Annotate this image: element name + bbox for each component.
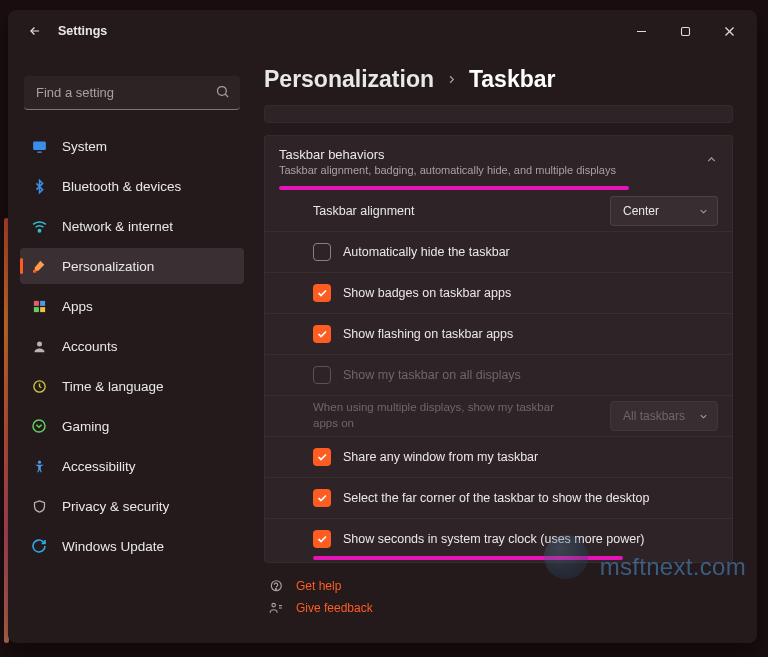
option-label: Automatically hide the taskbar xyxy=(343,245,718,259)
feedback-icon xyxy=(268,601,284,615)
bluetooth-icon xyxy=(30,177,48,195)
option-label: Show flashing on taskbar apps xyxy=(343,327,718,341)
gaming-icon xyxy=(30,417,48,435)
app-title: Settings xyxy=(58,24,107,38)
sidebar: System Bluetooth & devices Network & int… xyxy=(8,52,256,643)
wifi-icon xyxy=(30,217,48,235)
svg-point-18 xyxy=(276,588,277,589)
help-icon xyxy=(268,579,284,593)
svg-rect-12 xyxy=(33,307,38,312)
collapsed-section[interactable] xyxy=(264,105,733,123)
back-button[interactable] xyxy=(22,18,48,44)
highlight-annotation xyxy=(313,556,623,560)
alignment-dropdown[interactable]: Center xyxy=(610,196,718,226)
sidebar-item-label: Gaming xyxy=(62,419,109,434)
card-header[interactable]: Taskbar behaviors Taskbar alignment, bad… xyxy=(265,136,732,187)
checkbox-checked[interactable] xyxy=(313,284,331,302)
svg-rect-10 xyxy=(33,300,38,305)
svg-point-17 xyxy=(37,460,40,463)
chevron-up-icon xyxy=(705,152,718,170)
settings-window: Settings xyxy=(8,10,757,643)
option-label: Show badges on taskbar apps xyxy=(343,286,718,300)
sidebar-item-accessibility[interactable]: Accessibility xyxy=(20,448,244,484)
clock-icon xyxy=(30,377,48,395)
option-label: Show my taskbar on all displays xyxy=(343,368,718,382)
sidebar-item-label: Privacy & security xyxy=(62,499,169,514)
svg-line-5 xyxy=(225,94,228,97)
option-all-displays: Show my taskbar on all displays xyxy=(265,354,732,395)
option-label: Show seconds in system tray clock (uses … xyxy=(343,532,718,546)
footer-links: Get help Give feedback xyxy=(264,579,733,615)
maximize-button[interactable] xyxy=(663,16,707,46)
sidebar-item-time[interactable]: Time & language xyxy=(20,368,244,404)
option-badges[interactable]: Show badges on taskbar apps xyxy=(265,272,732,313)
svg-rect-13 xyxy=(40,307,45,312)
link-text: Give feedback xyxy=(296,601,373,615)
sidebar-item-network[interactable]: Network & internet xyxy=(20,208,244,244)
minimize-button[interactable] xyxy=(619,16,663,46)
sidebar-item-accounts[interactable]: Accounts xyxy=(20,328,244,364)
sidebar-item-label: Apps xyxy=(62,299,93,314)
option-flashing[interactable]: Show flashing on taskbar apps xyxy=(265,313,732,354)
card-subtitle: Taskbar alignment, badging, automaticall… xyxy=(279,164,686,176)
search-icon xyxy=(215,84,230,103)
sidebar-item-label: Personalization xyxy=(62,259,154,274)
option-auto-hide[interactable]: Automatically hide the taskbar xyxy=(265,231,732,272)
main-content: Personalization Taskbar Taskbar behavior… xyxy=(256,52,757,643)
dropdown-value: Center xyxy=(623,204,659,218)
sidebar-item-label: Time & language xyxy=(62,379,164,394)
breadcrumb-parent[interactable]: Personalization xyxy=(264,66,434,93)
breadcrumb: Personalization Taskbar xyxy=(264,66,733,93)
dropdown-value: All taskbars xyxy=(623,409,685,423)
card-title: Taskbar behaviors xyxy=(279,147,686,162)
chevron-down-icon xyxy=(698,206,709,220)
sidebar-item-gaming[interactable]: Gaming xyxy=(20,408,244,444)
checkbox-checked[interactable] xyxy=(313,489,331,507)
multi-display-dropdown: All taskbars xyxy=(610,401,718,431)
option-multi-display: When using multiple displays, show my ta… xyxy=(265,395,732,436)
option-far-corner[interactable]: Select the far corner of the taskbar to … xyxy=(265,477,732,518)
sidebar-item-update[interactable]: Windows Update xyxy=(20,528,244,564)
option-label: When using multiple displays, show my ta… xyxy=(313,400,598,431)
svg-point-8 xyxy=(38,229,40,231)
checkbox-unchecked[interactable] xyxy=(313,243,331,261)
checkbox-checked[interactable] xyxy=(313,448,331,466)
person-icon xyxy=(30,337,48,355)
taskbar-behaviors-card: Taskbar behaviors Taskbar alignment, bad… xyxy=(264,135,733,563)
sidebar-item-personalization[interactable]: Personalization xyxy=(20,248,244,284)
svg-rect-11 xyxy=(40,300,45,305)
svg-rect-6 xyxy=(33,141,46,150)
give-feedback-link[interactable]: Give feedback xyxy=(268,601,733,615)
close-button[interactable] xyxy=(707,16,751,46)
shield-icon xyxy=(30,497,48,515)
breadcrumb-current: Taskbar xyxy=(469,66,556,93)
option-label: Taskbar alignment xyxy=(313,204,598,218)
svg-rect-9 xyxy=(33,270,36,273)
option-alignment: Taskbar alignment Center xyxy=(265,190,732,231)
search-box xyxy=(24,76,240,110)
sidebar-item-label: Accounts xyxy=(62,339,118,354)
sidebar-item-label: Bluetooth & devices xyxy=(62,179,181,194)
option-label: Select the far corner of the taskbar to … xyxy=(343,491,718,505)
checkbox-checked[interactable] xyxy=(313,325,331,343)
update-icon xyxy=(30,537,48,555)
sidebar-item-privacy[interactable]: Privacy & security xyxy=(20,488,244,524)
checkbox-checked[interactable] xyxy=(313,530,331,548)
svg-point-14 xyxy=(37,341,42,346)
get-help-link[interactable]: Get help xyxy=(268,579,733,593)
option-label: Share any window from my taskbar xyxy=(343,450,718,464)
svg-rect-1 xyxy=(681,27,689,35)
sidebar-item-system[interactable]: System xyxy=(20,128,244,164)
svg-point-16 xyxy=(33,420,45,432)
sidebar-item-label: Windows Update xyxy=(62,539,164,554)
search-input[interactable] xyxy=(24,76,240,110)
sidebar-item-bluetooth[interactable]: Bluetooth & devices xyxy=(20,168,244,204)
chevron-right-icon xyxy=(446,72,457,88)
link-text: Get help xyxy=(296,579,341,593)
titlebar: Settings xyxy=(8,10,757,52)
sidebar-item-apps[interactable]: Apps xyxy=(20,288,244,324)
option-show-seconds[interactable]: Show seconds in system tray clock (uses … xyxy=(265,518,732,559)
sidebar-item-label: Network & internet xyxy=(62,219,173,234)
option-share-window[interactable]: Share any window from my taskbar xyxy=(265,436,732,477)
sidebar-item-label: Accessibility xyxy=(62,459,136,474)
